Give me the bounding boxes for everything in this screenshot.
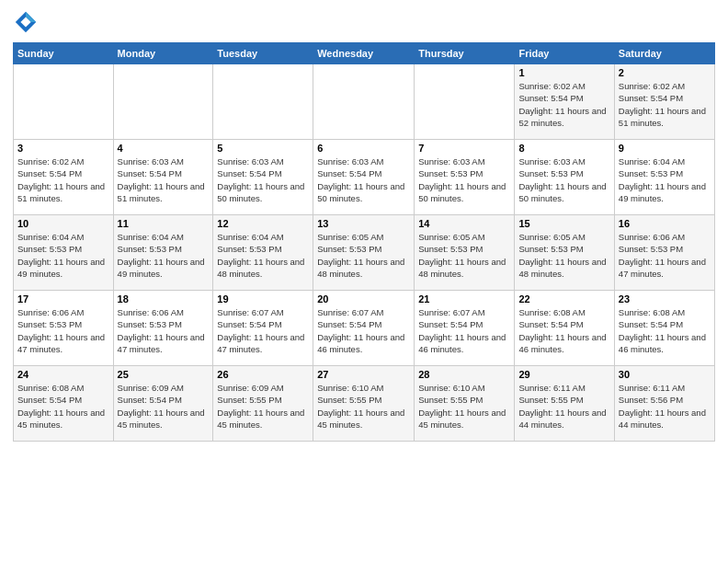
day-number: 1 <box>518 67 609 78</box>
day-cell: 16Sunrise: 6:06 AM Sunset: 5:53 PM Dayli… <box>614 215 714 291</box>
day-info: Sunrise: 6:02 AM Sunset: 5:54 PM Dayligh… <box>518 80 609 129</box>
day-cell <box>14 64 114 140</box>
logo-icon <box>13 9 39 35</box>
day-cell: 29Sunrise: 6:11 AM Sunset: 5:55 PM Dayli… <box>515 366 614 442</box>
day-cell: 12Sunrise: 6:04 AM Sunset: 5:53 PM Dayli… <box>213 215 313 291</box>
day-number: 14 <box>418 218 510 229</box>
day-cell <box>313 64 415 140</box>
day-number: 21 <box>418 293 510 304</box>
week-row-5: 24Sunrise: 6:08 AM Sunset: 5:54 PM Dayli… <box>14 366 715 442</box>
day-info: Sunrise: 6:04 AM Sunset: 5:53 PM Dayligh… <box>217 231 309 280</box>
day-cell: 15Sunrise: 6:05 AM Sunset: 5:53 PM Dayli… <box>515 215 614 291</box>
week-row-3: 10Sunrise: 6:04 AM Sunset: 5:53 PM Dayli… <box>14 215 715 291</box>
day-cell: 18Sunrise: 6:06 AM Sunset: 5:53 PM Dayli… <box>113 291 213 366</box>
day-number: 9 <box>619 143 711 154</box>
day-number: 22 <box>518 293 609 304</box>
day-number: 2 <box>619 67 711 78</box>
day-cell: 27Sunrise: 6:10 AM Sunset: 5:55 PM Dayli… <box>313 366 415 442</box>
day-info: Sunrise: 6:02 AM Sunset: 5:54 PM Dayligh… <box>619 80 711 129</box>
weekday-header-saturday: Saturday <box>614 43 714 64</box>
day-number: 25 <box>118 369 210 380</box>
day-info: Sunrise: 6:03 AM Sunset: 5:54 PM Dayligh… <box>118 155 210 204</box>
day-number: 18 <box>118 293 210 304</box>
day-number: 10 <box>17 218 109 229</box>
day-number: 26 <box>217 369 309 380</box>
day-cell <box>415 64 515 140</box>
day-number: 16 <box>619 218 711 229</box>
day-number: 8 <box>518 143 609 154</box>
day-number: 19 <box>217 293 309 304</box>
day-cell: 20Sunrise: 6:07 AM Sunset: 5:54 PM Dayli… <box>313 291 415 366</box>
day-info: Sunrise: 6:03 AM Sunset: 5:54 PM Dayligh… <box>317 155 410 204</box>
day-number: 5 <box>217 143 309 154</box>
day-number: 4 <box>118 143 210 154</box>
day-info: Sunrise: 6:05 AM Sunset: 5:53 PM Dayligh… <box>317 231 410 280</box>
day-info: Sunrise: 6:08 AM Sunset: 5:54 PM Dayligh… <box>17 382 109 431</box>
day-cell: 21Sunrise: 6:07 AM Sunset: 5:54 PM Dayli… <box>415 291 515 366</box>
day-cell: 26Sunrise: 6:09 AM Sunset: 5:55 PM Dayli… <box>213 366 313 442</box>
day-cell: 8Sunrise: 6:03 AM Sunset: 5:53 PM Daylig… <box>515 140 614 215</box>
day-cell: 17Sunrise: 6:06 AM Sunset: 5:53 PM Dayli… <box>14 291 114 366</box>
day-number: 27 <box>317 369 410 380</box>
weekday-header-sunday: Sunday <box>14 43 114 64</box>
day-number: 29 <box>518 369 609 380</box>
day-info: Sunrise: 6:07 AM Sunset: 5:54 PM Dayligh… <box>418 306 510 355</box>
day-info: Sunrise: 6:04 AM Sunset: 5:53 PM Dayligh… <box>619 155 711 204</box>
day-number: 24 <box>17 369 109 380</box>
day-cell: 3Sunrise: 6:02 AM Sunset: 5:54 PM Daylig… <box>14 140 114 215</box>
day-info: Sunrise: 6:05 AM Sunset: 5:53 PM Dayligh… <box>418 231 510 280</box>
day-number: 3 <box>17 143 109 154</box>
day-info: Sunrise: 6:10 AM Sunset: 5:55 PM Dayligh… <box>418 382 510 431</box>
week-row-2: 3Sunrise: 6:02 AM Sunset: 5:54 PM Daylig… <box>14 140 715 215</box>
day-number: 28 <box>418 369 510 380</box>
day-number: 15 <box>518 218 609 229</box>
logo <box>13 9 42 35</box>
day-info: Sunrise: 6:03 AM Sunset: 5:53 PM Dayligh… <box>518 155 609 204</box>
day-number: 30 <box>619 369 711 380</box>
day-cell: 10Sunrise: 6:04 AM Sunset: 5:53 PM Dayli… <box>14 215 114 291</box>
day-cell: 30Sunrise: 6:11 AM Sunset: 5:56 PM Dayli… <box>614 366 714 442</box>
day-info: Sunrise: 6:06 AM Sunset: 5:53 PM Dayligh… <box>118 306 210 355</box>
day-info: Sunrise: 6:03 AM Sunset: 5:54 PM Dayligh… <box>217 155 309 204</box>
day-cell <box>113 64 213 140</box>
day-number: 13 <box>317 218 410 229</box>
weekday-header-row: SundayMondayTuesdayWednesdayThursdayFrid… <box>14 43 715 64</box>
day-cell: 13Sunrise: 6:05 AM Sunset: 5:53 PM Dayli… <box>313 215 415 291</box>
day-cell: 9Sunrise: 6:04 AM Sunset: 5:53 PM Daylig… <box>614 140 714 215</box>
day-info: Sunrise: 6:05 AM Sunset: 5:53 PM Dayligh… <box>518 231 609 280</box>
day-number: 7 <box>418 143 510 154</box>
weekday-header-thursday: Thursday <box>415 43 515 64</box>
weekday-header-monday: Monday <box>113 43 213 64</box>
day-cell: 1Sunrise: 6:02 AM Sunset: 5:54 PM Daylig… <box>515 64 614 140</box>
day-cell: 19Sunrise: 6:07 AM Sunset: 5:54 PM Dayli… <box>213 291 313 366</box>
day-number: 20 <box>317 293 410 304</box>
calendar: SundayMondayTuesdayWednesdayThursdayFrid… <box>13 42 715 442</box>
day-cell: 11Sunrise: 6:04 AM Sunset: 5:53 PM Dayli… <box>113 215 213 291</box>
day-info: Sunrise: 6:08 AM Sunset: 5:54 PM Dayligh… <box>619 306 711 355</box>
day-info: Sunrise: 6:09 AM Sunset: 5:54 PM Dayligh… <box>118 382 210 431</box>
day-info: Sunrise: 6:07 AM Sunset: 5:54 PM Dayligh… <box>217 306 309 355</box>
day-cell: 4Sunrise: 6:03 AM Sunset: 5:54 PM Daylig… <box>113 140 213 215</box>
day-number: 12 <box>217 218 309 229</box>
day-cell: 25Sunrise: 6:09 AM Sunset: 5:54 PM Dayli… <box>113 366 213 442</box>
day-cell: 22Sunrise: 6:08 AM Sunset: 5:54 PM Dayli… <box>515 291 614 366</box>
day-info: Sunrise: 6:08 AM Sunset: 5:54 PM Dayligh… <box>518 306 609 355</box>
day-cell <box>213 64 313 140</box>
day-number: 17 <box>17 293 109 304</box>
day-info: Sunrise: 6:04 AM Sunset: 5:53 PM Dayligh… <box>17 231 109 280</box>
header <box>13 9 715 35</box>
day-info: Sunrise: 6:09 AM Sunset: 5:55 PM Dayligh… <box>217 382 309 431</box>
week-row-4: 17Sunrise: 6:06 AM Sunset: 5:53 PM Dayli… <box>14 291 715 366</box>
day-info: Sunrise: 6:02 AM Sunset: 5:54 PM Dayligh… <box>17 155 109 204</box>
day-cell: 7Sunrise: 6:03 AM Sunset: 5:53 PM Daylig… <box>415 140 515 215</box>
day-number: 23 <box>619 293 711 304</box>
day-cell: 24Sunrise: 6:08 AM Sunset: 5:54 PM Dayli… <box>14 366 114 442</box>
day-number: 11 <box>118 218 210 229</box>
day-info: Sunrise: 6:03 AM Sunset: 5:53 PM Dayligh… <box>418 155 510 204</box>
day-info: Sunrise: 6:11 AM Sunset: 5:55 PM Dayligh… <box>518 382 609 431</box>
day-cell: 5Sunrise: 6:03 AM Sunset: 5:54 PM Daylig… <box>213 140 313 215</box>
weekday-header-tuesday: Tuesday <box>213 43 313 64</box>
day-info: Sunrise: 6:06 AM Sunset: 5:53 PM Dayligh… <box>619 231 711 280</box>
weekday-header-wednesday: Wednesday <box>313 43 415 64</box>
day-info: Sunrise: 6:07 AM Sunset: 5:54 PM Dayligh… <box>317 306 410 355</box>
